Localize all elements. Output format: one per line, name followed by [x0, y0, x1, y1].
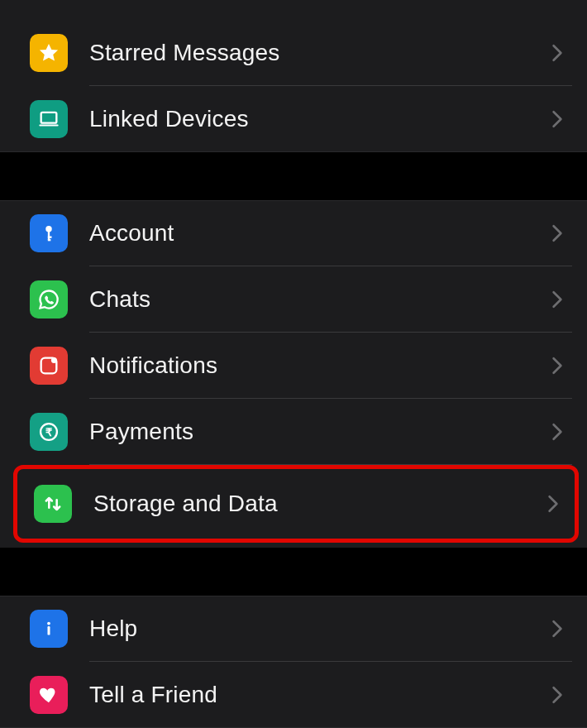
row-label: Storage and Data — [93, 491, 278, 517]
rupee-icon: ₹ — [30, 413, 68, 451]
row-label: Payments — [89, 419, 193, 445]
whatsapp-icon — [30, 280, 68, 318]
row-payments[interactable]: ₹ Payments — [0, 399, 587, 465]
row-label: Help — [89, 615, 137, 642]
chevron-right-icon — [551, 683, 564, 706]
row-tell-a-friend[interactable]: Tell a Friend — [0, 662, 587, 728]
key-icon — [30, 214, 68, 252]
info-icon — [30, 610, 68, 648]
bell-icon — [30, 347, 68, 385]
chevron-right-icon — [551, 222, 564, 245]
svg-rect-1 — [39, 124, 58, 126]
settings-section-1: Starred Messages Linked Devices — [0, 0, 587, 152]
chevron-right-icon — [551, 420, 564, 443]
chevron-right-icon — [551, 354, 564, 377]
svg-point-10 — [47, 622, 50, 625]
row-account[interactable]: Account — [0, 200, 587, 266]
svg-rect-4 — [48, 237, 52, 238]
row-label: Chats — [89, 286, 150, 313]
highlight-storage-and-data: Storage and Data — [13, 465, 579, 543]
laptop-icon — [30, 100, 68, 138]
row-linked-devices[interactable]: Linked Devices — [0, 86, 587, 152]
chevron-right-icon — [551, 288, 564, 311]
chevron-right-icon — [551, 617, 564, 640]
row-help[interactable]: Help — [0, 596, 587, 662]
settings-section-2: Account Chats Notifications ₹ Payments — [0, 200, 587, 548]
settings-section-3: Help Tell a Friend — [0, 596, 587, 728]
svg-point-2 — [45, 226, 51, 232]
chevron-right-icon — [551, 41, 564, 65]
row-notifications[interactable]: Notifications — [0, 333, 587, 399]
row-label: Account — [89, 220, 174, 247]
row-label: Tell a Friend — [89, 682, 217, 708]
row-storage-and-data[interactable]: Storage and Data — [17, 469, 575, 539]
row-label: Linked Devices — [89, 106, 249, 132]
chevron-right-icon — [551, 108, 564, 131]
row-label: Starred Messages — [89, 40, 279, 66]
row-starred-messages[interactable]: Starred Messages — [0, 20, 587, 86]
row-chats[interactable]: Chats — [0, 266, 587, 333]
star-icon — [30, 34, 68, 72]
svg-rect-5 — [48, 239, 51, 241]
chevron-right-icon — [546, 492, 560, 515]
svg-text:₹: ₹ — [45, 426, 53, 438]
svg-rect-11 — [47, 626, 50, 635]
svg-rect-3 — [48, 232, 50, 241]
svg-rect-0 — [41, 113, 57, 123]
svg-point-7 — [51, 357, 57, 363]
row-label: Notifications — [89, 352, 217, 379]
heart-icon — [30, 676, 68, 714]
data-icon — [34, 485, 72, 523]
